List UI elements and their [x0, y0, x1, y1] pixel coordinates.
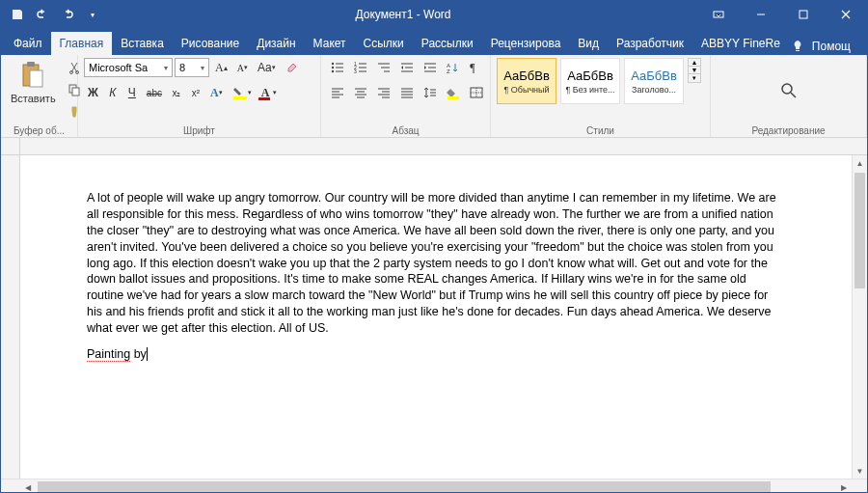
qat-customize[interactable]: ▾ — [82, 4, 103, 25]
font-size-combo[interactable]: 8▾ — [175, 58, 209, 77]
scroll-thumb-v[interactable] — [854, 173, 865, 288]
maximize-icon — [799, 10, 808, 19]
vertical-ruler[interactable] — [1, 155, 20, 479]
decrease-indent-button[interactable] — [396, 58, 418, 77]
svg-rect-56 — [448, 96, 459, 99]
justify-button[interactable] — [396, 83, 418, 102]
increase-indent-button[interactable] — [420, 58, 441, 77]
text-effects-button[interactable]: A▾ — [206, 83, 227, 102]
tab-view[interactable]: Вид — [569, 32, 608, 55]
redo-icon — [61, 8, 74, 21]
styles-down[interactable]: ▼ — [689, 67, 700, 74]
align-right-icon — [377, 87, 391, 98]
borders-icon — [470, 87, 483, 98]
horizontal-scrollbar[interactable]: ◀ ▶ — [1, 479, 867, 493]
tab-design[interactable]: Дизайн — [248, 32, 304, 55]
italic-button[interactable]: К — [104, 83, 122, 102]
scroll-right-button[interactable]: ▶ — [836, 479, 852, 493]
tab-draw[interactable]: Рисование — [173, 32, 248, 55]
scroll-track-h[interactable] — [36, 479, 836, 493]
tab-references[interactable]: Ссылки — [355, 32, 413, 55]
style-sample: АаБбВв — [631, 68, 677, 83]
ribbon-options-button[interactable] — [697, 1, 740, 28]
highlight-button[interactable]: ▾ — [229, 83, 256, 102]
scroll-left-button[interactable]: ◀ — [20, 479, 36, 493]
numbering-button[interactable]: 123 — [350, 58, 371, 77]
spell-error[interactable]: Painting — [87, 347, 130, 362]
clear-format-button[interactable] — [282, 58, 303, 77]
scroll-thumb-h[interactable] — [38, 481, 771, 492]
align-left-button[interactable] — [327, 83, 348, 102]
paragraph-1[interactable]: A lot of people will wake up angry tomor… — [87, 190, 785, 337]
tab-insert[interactable]: Вставка — [112, 32, 173, 55]
style-no-spacing[interactable]: АаБбВв ¶ Без инте... — [560, 58, 620, 104]
change-case-button[interactable]: Aa▾ — [254, 58, 280, 77]
minimize-icon — [756, 10, 766, 19]
tab-review[interactable]: Рецензирова — [482, 32, 570, 55]
find-button[interactable] — [770, 73, 808, 108]
tab-abbyy[interactable]: ABBYY FineRe — [692, 32, 789, 55]
strike-button[interactable]: abc — [143, 83, 166, 102]
paste-button[interactable]: Вставить — [7, 58, 60, 106]
indent-icon — [423, 62, 437, 73]
tab-developer[interactable]: Разработчик — [608, 32, 692, 55]
shrink-font-button[interactable]: A▾ — [233, 58, 252, 77]
bold-button[interactable]: Ж — [84, 83, 102, 102]
group-font-label: Шрифт — [84, 123, 314, 136]
multilevel-button[interactable] — [373, 58, 394, 77]
show-marks-button[interactable]: ¶ — [464, 58, 481, 77]
quick-access-toolbar: ▾ — [1, 4, 109, 25]
minimize-button[interactable] — [740, 1, 782, 28]
tab-file[interactable]: Файл — [5, 32, 51, 55]
align-right-button[interactable] — [373, 83, 394, 102]
maximize-button[interactable] — [782, 1, 825, 28]
numbering-icon: 123 — [354, 62, 367, 73]
group-paragraph-label: Абзац — [327, 123, 484, 136]
document-scroll[interactable]: A lot of people will wake up angry tomor… — [20, 155, 852, 479]
tab-layout[interactable]: Макет — [305, 32, 355, 55]
styles-up[interactable]: ▲ — [689, 59, 700, 67]
shading-button[interactable] — [443, 83, 464, 102]
grow-font-button[interactable]: A▴ — [211, 58, 231, 77]
superscript-button[interactable]: x² — [187, 83, 204, 102]
tab-home[interactable]: Главная — [51, 32, 113, 55]
style-normal[interactable]: АаБбВв ¶ Обычный — [497, 58, 556, 104]
font-name-combo[interactable]: Microsoft Sa▾ — [84, 58, 173, 77]
borders-button[interactable] — [466, 83, 487, 102]
align-center-icon — [354, 87, 367, 98]
scroll-up-button[interactable]: ▲ — [853, 155, 867, 171]
p2-rest: by — [130, 347, 147, 361]
close-button[interactable] — [825, 1, 867, 28]
redo-button[interactable] — [57, 4, 78, 25]
sort-button[interactable]: AZ — [443, 58, 462, 77]
svg-rect-7 — [27, 62, 35, 67]
ribbon-display-icon — [713, 9, 724, 20]
subscript-button[interactable]: x₂ — [168, 83, 185, 102]
underline-button[interactable]: Ч — [123, 83, 141, 102]
paste-label: Вставить — [11, 93, 56, 104]
tell-me-icon[interactable] — [789, 38, 806, 55]
scroll-down-button[interactable]: ▼ — [853, 463, 867, 479]
lightbulb-icon — [792, 40, 803, 53]
line-spacing-button[interactable] — [420, 83, 441, 102]
document-page[interactable]: A lot of people will wake up angry tomor… — [60, 173, 812, 390]
styles-more[interactable]: ▾ — [689, 74, 700, 82]
style-heading1[interactable]: АаБбВв Заголово... — [624, 58, 684, 104]
horizontal-ruler[interactable] — [20, 138, 852, 155]
vertical-scrollbar[interactable]: ▲ ▼ — [852, 155, 867, 479]
undo-button[interactable] — [32, 4, 53, 25]
tab-mailings[interactable]: Рассылки — [413, 32, 482, 55]
svg-rect-13 — [233, 96, 247, 99]
svg-point-18 — [332, 70, 334, 72]
font-color-button[interactable]: A▾ — [258, 83, 282, 102]
ruler-corner — [1, 138, 20, 155]
styles-gallery-arrows: ▲ ▼ ▾ — [688, 58, 701, 83]
scroll-track-v[interactable] — [853, 171, 867, 463]
bullets-button[interactable] — [327, 58, 348, 77]
ribbon-tabs: Файл Главная Вставка Рисование Дизайн Ма… — [1, 28, 867, 55]
align-center-button[interactable] — [350, 83, 371, 102]
paragraph-2[interactable]: Painting by — [87, 346, 785, 363]
save-button[interactable] — [7, 4, 28, 25]
titlebar: ▾ Документ1 - Word — [1, 1, 867, 28]
tell-me-label[interactable]: Помощ — [812, 40, 851, 53]
